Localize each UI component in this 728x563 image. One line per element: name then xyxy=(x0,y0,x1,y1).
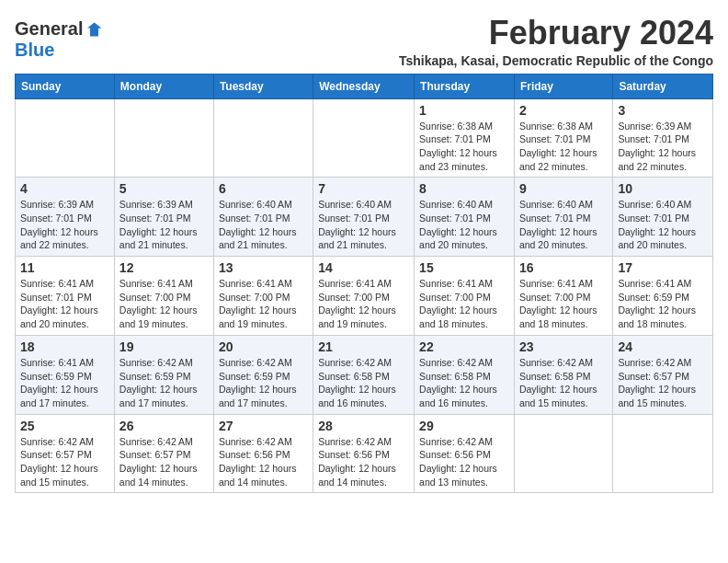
day-info: Sunrise: 6:39 AM Sunset: 7:01 PM Dayligh… xyxy=(20,198,109,252)
calendar-cell: 3Sunrise: 6:39 AM Sunset: 7:01 PM Daylig… xyxy=(613,98,713,178)
calendar-cell xyxy=(213,98,313,178)
calendar-cell: 9Sunrise: 6:40 AM Sunset: 7:01 PM Daylig… xyxy=(514,178,612,257)
col-monday: Monday xyxy=(114,74,213,98)
calendar-cell: 26Sunrise: 6:42 AM Sunset: 6:57 PM Dayli… xyxy=(114,414,213,493)
day-info: Sunrise: 6:42 AM Sunset: 6:56 PM Dayligh… xyxy=(419,435,509,489)
day-number: 3 xyxy=(618,103,708,118)
svg-marker-0 xyxy=(87,22,101,36)
day-number: 19 xyxy=(119,339,209,354)
col-saturday: Saturday xyxy=(613,74,713,98)
day-info: Sunrise: 6:41 AM Sunset: 7:00 PM Dayligh… xyxy=(219,277,308,331)
calendar-cell: 1Sunrise: 6:38 AM Sunset: 7:01 PM Daylig… xyxy=(415,98,515,178)
day-number: 1 xyxy=(419,103,509,118)
calendar-cell: 23Sunrise: 6:42 AM Sunset: 6:58 PM Dayli… xyxy=(514,335,612,414)
calendar-cell: 7Sunrise: 6:40 AM Sunset: 7:01 PM Daylig… xyxy=(313,178,415,257)
page-header: General Blue February 2024 Tshikapa, Kas… xyxy=(15,15,713,68)
day-number: 28 xyxy=(318,419,409,433)
day-number: 2 xyxy=(519,103,608,118)
location-title: Tshikapa, Kasai, Democratic Republic of … xyxy=(399,53,713,68)
day-info: Sunrise: 6:41 AM Sunset: 6:59 PM Dayligh… xyxy=(20,356,109,410)
day-info: Sunrise: 6:39 AM Sunset: 7:01 PM Dayligh… xyxy=(618,120,708,174)
day-number: 26 xyxy=(119,419,209,433)
week-row-2: 4Sunrise: 6:39 AM Sunset: 7:01 PM Daylig… xyxy=(16,178,713,257)
day-number: 8 xyxy=(419,181,509,196)
calendar-cell: 11Sunrise: 6:41 AM Sunset: 7:01 PM Dayli… xyxy=(16,257,115,336)
day-number: 4 xyxy=(20,181,109,196)
calendar-cell xyxy=(613,414,713,493)
logo-icon xyxy=(85,21,101,38)
calendar-cell: 24Sunrise: 6:42 AM Sunset: 6:57 PM Dayli… xyxy=(613,335,713,414)
day-number: 10 xyxy=(618,181,708,196)
logo-blue: Blue xyxy=(15,40,54,61)
day-number: 27 xyxy=(219,419,308,433)
calendar-cell: 16Sunrise: 6:41 AM Sunset: 7:00 PM Dayli… xyxy=(514,257,612,336)
day-info: Sunrise: 6:40 AM Sunset: 7:01 PM Dayligh… xyxy=(318,198,409,252)
day-info: Sunrise: 6:38 AM Sunset: 7:01 PM Dayligh… xyxy=(419,120,509,174)
day-info: Sunrise: 6:42 AM Sunset: 6:59 PM Dayligh… xyxy=(219,356,308,410)
day-number: 12 xyxy=(119,260,209,275)
day-number: 23 xyxy=(519,339,608,354)
calendar-cell: 14Sunrise: 6:41 AM Sunset: 7:00 PM Dayli… xyxy=(313,257,415,336)
calendar-cell: 22Sunrise: 6:42 AM Sunset: 6:58 PM Dayli… xyxy=(415,335,515,414)
calendar-cell: 6Sunrise: 6:40 AM Sunset: 7:01 PM Daylig… xyxy=(213,178,313,257)
day-number: 5 xyxy=(119,181,209,196)
col-wednesday: Wednesday xyxy=(313,74,415,98)
col-tuesday: Tuesday xyxy=(213,74,313,98)
day-info: Sunrise: 6:41 AM Sunset: 7:00 PM Dayligh… xyxy=(318,277,409,331)
day-info: Sunrise: 6:41 AM Sunset: 6:59 PM Dayligh… xyxy=(618,277,708,331)
day-info: Sunrise: 6:38 AM Sunset: 7:01 PM Dayligh… xyxy=(519,120,608,174)
col-sunday: Sunday xyxy=(16,74,115,98)
calendar-cell xyxy=(16,98,115,178)
day-info: Sunrise: 6:40 AM Sunset: 7:01 PM Dayligh… xyxy=(519,198,608,252)
calendar-cell: 20Sunrise: 6:42 AM Sunset: 6:59 PM Dayli… xyxy=(213,335,313,414)
calendar-cell: 8Sunrise: 6:40 AM Sunset: 7:01 PM Daylig… xyxy=(415,178,515,257)
col-thursday: Thursday xyxy=(415,74,515,98)
header-row: Sunday Monday Tuesday Wednesday Thursday… xyxy=(16,74,713,98)
week-row-3: 11Sunrise: 6:41 AM Sunset: 7:01 PM Dayli… xyxy=(16,257,713,336)
calendar-cell: 2Sunrise: 6:38 AM Sunset: 7:01 PM Daylig… xyxy=(514,98,612,178)
day-info: Sunrise: 6:41 AM Sunset: 7:00 PM Dayligh… xyxy=(119,277,209,331)
day-number: 15 xyxy=(419,260,509,275)
day-number: 18 xyxy=(20,339,109,354)
calendar-cell: 28Sunrise: 6:42 AM Sunset: 6:56 PM Dayli… xyxy=(313,414,415,493)
day-info: Sunrise: 6:40 AM Sunset: 7:01 PM Dayligh… xyxy=(219,198,308,252)
calendar-cell xyxy=(114,98,213,178)
day-number: 14 xyxy=(318,260,409,275)
day-info: Sunrise: 6:42 AM Sunset: 6:58 PM Dayligh… xyxy=(318,356,409,410)
day-number: 6 xyxy=(219,181,308,196)
calendar-cell: 12Sunrise: 6:41 AM Sunset: 7:00 PM Dayli… xyxy=(114,257,213,336)
day-info: Sunrise: 6:42 AM Sunset: 6:57 PM Dayligh… xyxy=(618,356,708,410)
month-title: February 2024 xyxy=(399,15,713,52)
week-row-1: 1Sunrise: 6:38 AM Sunset: 7:01 PM Daylig… xyxy=(16,98,713,178)
calendar-cell: 15Sunrise: 6:41 AM Sunset: 7:00 PM Dayli… xyxy=(415,257,515,336)
calendar-cell: 18Sunrise: 6:41 AM Sunset: 6:59 PM Dayli… xyxy=(16,335,115,414)
day-number: 21 xyxy=(318,339,409,354)
day-info: Sunrise: 6:41 AM Sunset: 7:00 PM Dayligh… xyxy=(519,277,608,331)
day-number: 20 xyxy=(219,339,308,354)
day-number: 13 xyxy=(219,260,308,275)
day-info: Sunrise: 6:41 AM Sunset: 7:01 PM Dayligh… xyxy=(20,277,109,331)
day-number: 16 xyxy=(519,260,608,275)
week-row-4: 18Sunrise: 6:41 AM Sunset: 6:59 PM Dayli… xyxy=(16,335,713,414)
logo-general: General xyxy=(15,18,83,40)
day-number: 7 xyxy=(318,181,409,196)
day-info: Sunrise: 6:42 AM Sunset: 6:59 PM Dayligh… xyxy=(119,356,209,410)
day-info: Sunrise: 6:39 AM Sunset: 7:01 PM Dayligh… xyxy=(119,198,209,252)
calendar-cell xyxy=(514,414,612,493)
calendar-table: Sunday Monday Tuesday Wednesday Thursday… xyxy=(15,74,713,494)
day-info: Sunrise: 6:42 AM Sunset: 6:58 PM Dayligh… xyxy=(519,356,608,410)
col-friday: Friday xyxy=(514,74,612,98)
calendar-cell xyxy=(313,98,415,178)
day-number: 11 xyxy=(20,260,109,275)
day-info: Sunrise: 6:40 AM Sunset: 7:01 PM Dayligh… xyxy=(618,198,708,252)
calendar-cell: 25Sunrise: 6:42 AM Sunset: 6:57 PM Dayli… xyxy=(16,414,115,493)
day-number: 29 xyxy=(419,419,509,433)
day-number: 24 xyxy=(618,339,708,354)
day-number: 9 xyxy=(519,181,608,196)
calendar-cell: 29Sunrise: 6:42 AM Sunset: 6:56 PM Dayli… xyxy=(415,414,515,493)
day-number: 25 xyxy=(20,419,109,433)
day-info: Sunrise: 6:42 AM Sunset: 6:56 PM Dayligh… xyxy=(318,435,409,489)
day-info: Sunrise: 6:42 AM Sunset: 6:57 PM Dayligh… xyxy=(20,435,109,489)
calendar-cell: 27Sunrise: 6:42 AM Sunset: 6:56 PM Dayli… xyxy=(213,414,313,493)
day-info: Sunrise: 6:40 AM Sunset: 7:01 PM Dayligh… xyxy=(419,198,509,252)
